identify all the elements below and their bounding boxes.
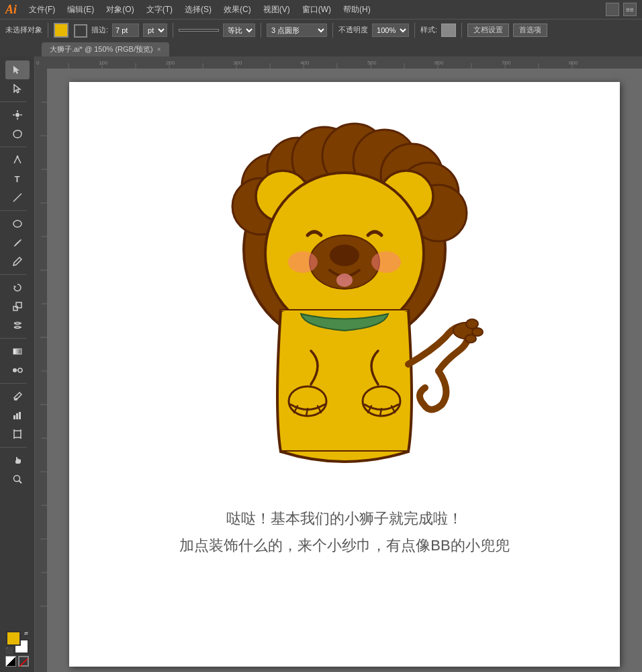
line-style-preview[interactable] [179,29,219,32]
style-label: 样式: [420,25,437,35]
stroke-swatch-container [73,23,87,38]
blend-tool-btn[interactable] [5,361,30,380]
swap-colors-icon[interactable]: ⇌ [24,631,29,636]
svg-text:100: 100 [99,60,108,66]
svg-rect-11 [13,349,21,354]
svg-point-13 [18,368,22,372]
svg-point-4 [15,113,19,117]
menu-help[interactable]: 帮助(H) [338,3,376,17]
menu-file[interactable]: 文件(F) [24,3,60,17]
svg-rect-16 [13,415,15,419]
fg-bg-swatch[interactable]: ⬛ ⇌ [6,631,29,654]
tool-divider-2 [0,146,27,147]
gradient-tool-btn[interactable] [5,342,30,361]
fill-color-swatch[interactable] [54,23,68,38]
tool-divider-5 [0,338,27,339]
canvas-with-ruler: 0 100 200 300 4 [35,56,642,672]
document-tab[interactable]: 大狮子.ai* @ 150% (RGB/预览) × [42,42,169,56]
svg-rect-53 [35,69,47,672]
line-tool-btn[interactable] [5,188,30,207]
tool-group-pen: T [0,149,34,208]
doc-settings-button[interactable]: 文档设置 [467,24,509,37]
artboard-tool-btn[interactable] [5,425,30,444]
normal-mode-icon[interactable] [5,656,16,667]
toolbar-divider-2 [173,23,173,38]
none-mode-icon[interactable] [18,656,29,667]
svg-point-99 [465,335,476,343]
svg-rect-9 [13,306,17,310]
eyedropper-tool-btn[interactable] [5,387,30,406]
svg-text:600: 600 [434,60,444,66]
svg-line-6 [13,194,21,202]
arrange-icon[interactable]: ≡≡ [623,3,637,16]
menu-view[interactable]: 视图(V) [258,3,295,17]
menu-window[interactable]: 窗口(W) [297,3,336,17]
rotate-tool-btn[interactable] [5,278,30,297]
toolbar-divider-4 [332,23,333,38]
scale-tool-btn[interactable] [5,297,30,316]
svg-point-84 [330,245,359,266]
line-style-dropdown[interactable]: 等比 [223,24,255,37]
foreground-color[interactable] [6,631,21,646]
svg-line-25 [19,480,21,483]
svg-text:700: 700 [502,60,511,66]
tool-divider-7 [0,447,27,448]
ellipse-tool-btn[interactable] [5,214,30,233]
vertical-ruler [35,69,47,672]
tab-info: @ 150% (RGB/预览) [85,45,153,53]
svg-rect-18 [19,412,21,419]
selection-tool-btn[interactable] [5,60,30,79]
lion-illustration [177,109,512,492]
canvas-document: 哒哒！基本我们的小狮子就完成啦！ 加点装饰什么的，来个小纱巾，有点像BB的小兜兜 [69,82,620,667]
svg-point-87 [371,251,401,273]
svg-point-5 [16,156,18,158]
magic-wand-tool-btn[interactable] [5,106,30,124]
direct-selection-tool-btn[interactable] [5,79,30,98]
canvas-area: 哒哒！基本我们的小狮子就完成啦！ 加点装饰什么的，来个小纱巾，有点像BB的小兜兜 [47,69,642,672]
zoom-tool-btn[interactable] [5,470,30,489]
svg-line-26 [19,659,28,667]
svg-text:0: 0 [36,60,40,66]
caption-block: 哒哒！基本我们的小狮子就完成啦！ 加点装饰什么的，来个小纱巾，有点像BB的小兜兜 [179,505,509,558]
svg-text:500: 500 [367,60,377,66]
menu-edit[interactable]: 编辑(E) [62,3,99,17]
opacity-dropdown[interactable]: 100% [372,24,409,37]
warp-tool-btn[interactable] [5,316,30,335]
brush-dropdown[interactable]: 3 点圆形 [267,24,327,37]
stroke-dropdown[interactable]: pt [143,24,167,37]
lasso-tool-btn[interactable] [5,124,30,143]
stroke-label: 描边: [91,25,108,35]
tab-close-button[interactable]: × [157,46,161,53]
svg-rect-19 [14,431,21,437]
reset-colors-icon[interactable]: ⬛ [6,647,13,654]
pen-tool-btn[interactable] [5,151,30,169]
stroke-swatch[interactable] [74,24,87,38]
svg-rect-27 [35,56,642,69]
pencil-tool-btn[interactable] [5,252,30,271]
tab-bar: 大狮子.ai* @ 150% (RGB/预览) × [0,40,642,56]
svg-text:400: 400 [300,60,310,66]
menu-bar: Ai 文件(F) 编辑(E) 对象(O) 文字(T) 选择(S) 效果(C) 视… [0,0,642,19]
tool-group-fill [0,341,34,381]
svg-point-85 [336,274,353,287]
graph-tool-btn[interactable] [5,406,30,425]
menu-select[interactable]: 选择(S) [179,3,217,17]
svg-point-12 [13,368,17,372]
svg-point-97 [466,319,478,329]
menu-object[interactable]: 对象(O) [101,3,139,17]
stroke-value-input[interactable] [112,24,139,37]
svg-point-7 [13,220,21,227]
type-tool-btn[interactable]: T [5,169,30,188]
menu-effect[interactable]: 效果(C) [218,3,257,17]
tab-name-text: 大狮子.ai* [50,45,83,53]
hand-tool-btn[interactable] [5,451,30,470]
toolbar-divider-1 [48,23,48,38]
tab-filename: 大狮子.ai* @ 150% (RGB/预览) [50,44,153,54]
left-toolbar: T [0,56,35,672]
preferences-button[interactable]: 首选项 [513,24,547,37]
brush-tool-btn[interactable] [5,233,30,252]
style-preview[interactable] [441,24,456,37]
panel-icon[interactable] [606,3,619,16]
menu-type[interactable]: 文字(T) [141,3,178,17]
svg-point-15 [15,398,17,401]
